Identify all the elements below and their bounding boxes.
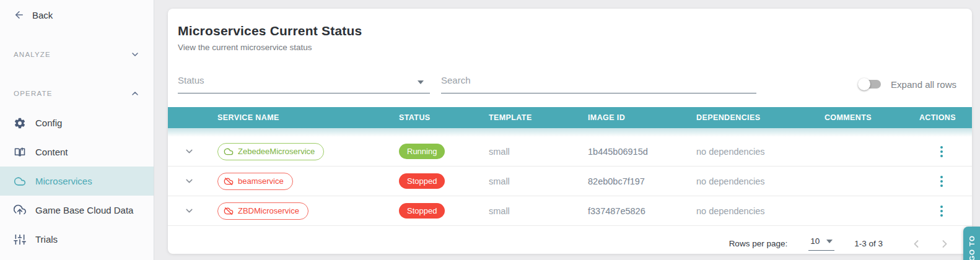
chevron-down-icon	[130, 50, 140, 59]
section-label: OPERATE	[14, 90, 53, 97]
gear-icon	[14, 117, 26, 129]
dependencies-cell: no dependencies	[687, 206, 805, 216]
search-input[interactable]	[441, 75, 756, 91]
cloud-icon	[224, 147, 234, 157]
dependencies-cell: no dependencies	[687, 176, 805, 186]
row-expander[interactable]	[168, 206, 210, 216]
image-id-cell: 1b445b06915d	[575, 147, 687, 157]
row-expander[interactable]	[168, 146, 210, 157]
col-header-actions: ACTIONS	[891, 113, 972, 122]
previous-page-button[interactable]	[910, 238, 922, 250]
section-label: ANALYZE	[14, 51, 51, 58]
service-name-pill[interactable]: beamservice	[217, 173, 293, 190]
expand-all-rows-toggle[interactable]: Expand all rows	[858, 78, 956, 93]
caret-down-icon	[826, 240, 833, 243]
col-header-dependencies: DEPENDENCIES	[687, 113, 805, 122]
template-cell: small	[476, 147, 575, 157]
chevron-down-icon	[184, 146, 195, 157]
row-actions-kebab-icon[interactable]	[938, 144, 945, 159]
col-header-comments: COMMENTS	[805, 113, 891, 122]
row-expander[interactable]	[168, 176, 210, 186]
rows-per-page-label: Rows per page:	[729, 239, 788, 248]
col-header-image-id: IMAGE ID	[575, 113, 687, 122]
go-to-tab-label: GO TO	[968, 235, 976, 260]
status-badge: Running	[399, 144, 445, 159]
table-row: ZebedeeMicroservice Running small 1b445b…	[168, 137, 972, 167]
page-subtitle: View the current microservice status	[178, 43, 962, 52]
status-badge: Stopped	[399, 203, 445, 219]
sidebar-item-label: Game Base Cloud Data	[35, 205, 133, 215]
rows-per-page-select[interactable]: 10	[808, 236, 834, 251]
book-icon	[14, 146, 26, 158]
image-id-cell: 82eb0bc7f197	[575, 176, 687, 186]
service-name-label: ZebedeeMicroservice	[238, 147, 315, 156]
col-header-service-name: SERVICE NAME	[210, 113, 390, 122]
cloud-upload-icon	[14, 204, 26, 217]
row-actions-kebab-icon[interactable]	[938, 174, 945, 189]
go-to-tab[interactable]: GO TO	[963, 227, 980, 260]
card-header: Microservices Current Status View the cu…	[168, 9, 972, 52]
service-name-pill[interactable]: ZBDMicroservice	[217, 202, 308, 220]
main-content: Microservices Current Status View the cu…	[154, 0, 980, 260]
header-shadow-gradient	[168, 128, 972, 137]
sidebar-section-analyze[interactable]: ANALYZE	[0, 50, 154, 59]
chevron-down-icon	[184, 176, 195, 186]
table-footer: Rows per page: 10 1-3 of 3	[168, 226, 972, 254]
pagination-range: 1-3 of 3	[854, 239, 883, 248]
sliders-icon	[14, 233, 26, 246]
back-button[interactable]: Back	[0, 0, 154, 20]
sidebar-item-label: Content	[35, 147, 68, 157]
chevron-up-icon	[130, 89, 140, 98]
toggle-label: Expand all rows	[891, 79, 956, 90]
page-title: Microservices Current Status	[178, 24, 962, 38]
sidebar-item-content[interactable]: Content	[0, 137, 154, 167]
chevron-left-icon	[910, 238, 922, 250]
dependencies-cell: no dependencies	[687, 147, 805, 157]
sidebar-item-label: Microservices	[35, 176, 92, 186]
cloud-off-icon	[224, 176, 234, 186]
service-name-pill[interactable]: ZebedeeMicroservice	[217, 143, 324, 160]
back-label: Back	[32, 10, 53, 20]
next-page-button[interactable]	[938, 238, 951, 250]
sidebar-item-label: Config	[35, 118, 62, 128]
sidebar-item-microservices[interactable]: Microservices	[0, 167, 154, 196]
sidebar-item-trials[interactable]: Trials	[0, 225, 154, 254]
cloud-off-icon	[224, 206, 234, 216]
table-header-row: SERVICE NAME STATUS TEMPLATE IMAGE ID DE…	[168, 107, 972, 128]
arrow-left-icon	[14, 9, 25, 20]
sidebar-item-label: Trials	[35, 234, 58, 245]
service-name-label: beamservice	[238, 176, 284, 186]
image-id-cell: f337487e5826	[575, 206, 687, 216]
cloud-icon	[14, 175, 26, 188]
col-header-template: TEMPLATE	[476, 113, 575, 122]
caret-down-icon	[418, 80, 424, 84]
table-row: beamservice Stopped small 82eb0bc7f197 n…	[168, 167, 972, 196]
col-header-status: STATUS	[390, 113, 476, 122]
sidebar-item-config[interactable]: Config	[0, 108, 154, 137]
sidebar-section-operate[interactable]: OPERATE	[0, 89, 154, 98]
table-row: ZBDMicroservice Stopped small f337487e58…	[168, 196, 972, 226]
sidebar: Back ANALYZE OPERATE Config Content Micr…	[0, 0, 154, 260]
app-root: Back ANALYZE OPERATE Config Content Micr…	[0, 0, 980, 260]
status-select[interactable]	[178, 75, 430, 93]
template-cell: small	[476, 206, 575, 216]
template-cell: small	[476, 176, 575, 186]
service-name-label: ZBDMicroservice	[238, 206, 299, 215]
filter-bar: Expand all rows	[168, 75, 972, 93]
sidebar-item-game-base-cloud-data[interactable]: Game Base Cloud Data	[0, 196, 154, 225]
toggle-switch-icon[interactable]	[858, 78, 882, 90]
chevron-down-icon	[184, 206, 195, 216]
chevron-right-icon	[938, 238, 951, 250]
microservices-card: Microservices Current Status View the cu…	[168, 9, 972, 254]
search-field[interactable]	[441, 75, 756, 93]
status-select-input[interactable]	[178, 75, 430, 91]
row-actions-kebab-icon[interactable]	[938, 204, 945, 219]
sidebar-nav: Config Content Microservices Game Base C…	[0, 108, 154, 254]
status-badge: Stopped	[399, 173, 445, 189]
rows-per-page-value: 10	[810, 236, 820, 246]
